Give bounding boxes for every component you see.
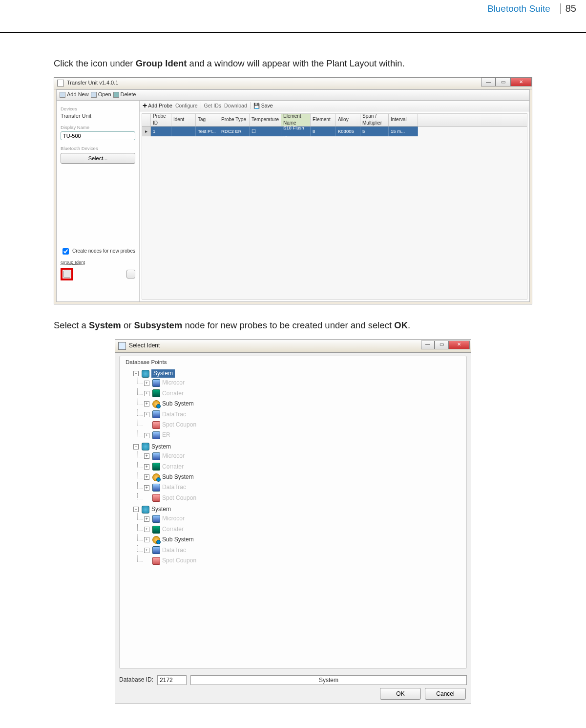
tree-node-label[interactable]: System bbox=[151, 443, 171, 451]
minimize-button[interactable]: — bbox=[421, 341, 435, 349]
tree-node-label[interactable]: Sub System bbox=[162, 400, 194, 408]
col-ident[interactable]: Ident bbox=[171, 114, 196, 126]
probe-grid[interactable]: Probe ID Ident Tag Probe Type Temperatur… bbox=[142, 113, 527, 300]
cell-temp[interactable]: ☐ bbox=[250, 127, 281, 136]
expander-icon[interactable]: + bbox=[144, 453, 149, 459]
minimize-button[interactable]: — bbox=[481, 78, 496, 86]
expander-icon[interactable]: + bbox=[144, 391, 149, 396]
expander-icon[interactable]: + bbox=[144, 548, 149, 553]
col-interval[interactable]: Interval bbox=[389, 114, 418, 126]
maximize-button[interactable]: ▭ bbox=[496, 78, 510, 86]
maximize-button[interactable]: ▭ bbox=[435, 341, 448, 349]
tree-node[interactable]: +Sub System bbox=[144, 473, 463, 481]
tree-node-label[interactable]: Sub System bbox=[162, 535, 194, 544]
device-name[interactable]: Transfer Unit bbox=[61, 112, 135, 120]
select-ident-titlebar[interactable]: Select Ident — ▭ ✕ bbox=[115, 339, 471, 353]
tree-node[interactable]: −System bbox=[133, 369, 463, 378]
cell-span[interactable]: 5 bbox=[360, 127, 389, 136]
tree-node[interactable]: +Microcor bbox=[144, 514, 463, 523]
expander-icon[interactable]: + bbox=[144, 412, 149, 417]
cell-ptype[interactable]: RDC2 ER bbox=[219, 127, 250, 136]
tree-node-label[interactable]: Sub System bbox=[162, 473, 194, 481]
expander-icon[interactable]: + bbox=[144, 527, 149, 532]
tree-node[interactable]: −System bbox=[133, 505, 463, 514]
cell-ident[interactable] bbox=[171, 127, 196, 136]
display-name-input[interactable] bbox=[61, 131, 135, 140]
group-ident-button[interactable] bbox=[61, 268, 73, 280]
tree-node-label[interactable]: DataTrac bbox=[162, 483, 186, 492]
tree-node-label[interactable]: Corrater bbox=[162, 525, 184, 534]
cell-elem[interactable]: 8 bbox=[311, 127, 336, 136]
col-tag[interactable]: Tag bbox=[196, 114, 219, 126]
delete-button[interactable]: Delete bbox=[113, 91, 136, 99]
cell-probe-id[interactable]: 1 bbox=[151, 127, 171, 136]
tree-node-label[interactable]: Spot Coupon bbox=[162, 494, 196, 502]
tree-node[interactable]: +Corrater bbox=[144, 389, 463, 398]
tree-node-label[interactable]: Corrater bbox=[162, 389, 184, 398]
cell-alloy[interactable]: K03005 bbox=[336, 127, 360, 136]
download-button[interactable]: Download bbox=[224, 102, 247, 109]
tree-node[interactable]: +Corrater bbox=[144, 463, 463, 471]
cell-interval[interactable]: 15 m... bbox=[389, 127, 418, 136]
tree-node[interactable]: +DataTrac bbox=[144, 410, 463, 419]
expander-icon[interactable]: + bbox=[144, 537, 149, 542]
tree-node[interactable]: +Sub System bbox=[144, 400, 463, 408]
add-probe-button[interactable]: ✚ Add Probe bbox=[143, 102, 172, 109]
expander-icon[interactable]: + bbox=[144, 485, 149, 491]
tree-node[interactable]: +DataTrac bbox=[144, 483, 463, 492]
col-element[interactable]: Element bbox=[311, 114, 336, 126]
expander-icon[interactable]: + bbox=[144, 474, 149, 480]
ok-button[interactable]: OK bbox=[380, 688, 421, 700]
expander-icon[interactable]: + bbox=[144, 433, 149, 438]
expander-icon[interactable]: + bbox=[144, 464, 149, 470]
tree-node[interactable]: +DataTrac bbox=[144, 546, 463, 555]
database-path-input[interactable] bbox=[190, 675, 467, 685]
tree-node[interactable]: +Corrater bbox=[144, 525, 463, 534]
configure-button[interactable]: Configure bbox=[175, 102, 198, 109]
tree-node-label[interactable]: DataTrac bbox=[162, 546, 186, 555]
group-ident-clear-button[interactable] bbox=[126, 270, 135, 278]
cell-ename[interactable]: S10 Flush ... bbox=[281, 127, 311, 136]
tree-node-label[interactable]: Spot Coupon bbox=[162, 557, 196, 565]
select-bt-button[interactable]: Select... bbox=[61, 153, 135, 164]
expander-icon[interactable]: − bbox=[133, 444, 139, 450]
tree-node[interactable]: +Sub System bbox=[144, 535, 463, 544]
tree-node[interactable]: +Microcor bbox=[144, 452, 463, 460]
expander-icon[interactable]: − bbox=[133, 507, 139, 512]
tree-node[interactable]: Spot Coupon bbox=[144, 421, 463, 429]
close-button[interactable]: ✕ bbox=[448, 341, 470, 349]
tree-node-label[interactable]: Microcor bbox=[162, 514, 185, 523]
create-nodes-input[interactable] bbox=[63, 248, 69, 255]
col-span[interactable]: Span / Multiplier bbox=[360, 114, 389, 126]
create-nodes-checkbox[interactable]: Create nodes for new probes bbox=[61, 247, 135, 256]
tree-node-label[interactable]: System bbox=[151, 369, 175, 378]
col-alloy[interactable]: Alloy bbox=[336, 114, 360, 126]
tree-node[interactable]: Spot Coupon bbox=[144, 557, 463, 565]
tree-node[interactable]: −System bbox=[133, 443, 463, 451]
database-id-input[interactable] bbox=[157, 675, 187, 685]
col-probe-id[interactable]: Probe ID bbox=[151, 114, 171, 126]
tree-node[interactable]: Spot Coupon bbox=[144, 494, 463, 502]
row-handle[interactable]: ▸ bbox=[142, 127, 151, 136]
col-temperature[interactable]: Temperature bbox=[250, 114, 281, 126]
tree-node-label[interactable]: System bbox=[151, 505, 171, 514]
tree-node-label[interactable]: Microcor bbox=[162, 452, 185, 460]
tree-node-label[interactable]: ER bbox=[162, 431, 170, 439]
col-probe-type[interactable]: Probe Type bbox=[219, 114, 250, 126]
add-new-button[interactable]: Add New bbox=[60, 91, 89, 99]
get-ids-button[interactable]: Get IDs bbox=[204, 102, 222, 109]
tree-node[interactable]: +Microcor bbox=[144, 379, 463, 387]
expander-icon[interactable]: − bbox=[133, 371, 139, 376]
ident-tree[interactable]: −System+Microcor+Corrater+Sub System+Dat… bbox=[120, 366, 466, 668]
expander-icon[interactable]: + bbox=[144, 516, 149, 522]
tree-node-label[interactable]: Corrater bbox=[162, 463, 184, 471]
save-button[interactable]: 💾 Save bbox=[253, 102, 273, 109]
cancel-button[interactable]: Cancel bbox=[425, 688, 466, 700]
expander-icon[interactable]: + bbox=[144, 381, 149, 386]
tree-node-label[interactable]: Microcor bbox=[162, 379, 185, 387]
close-button[interactable]: ✕ bbox=[510, 78, 532, 86]
window-titlebar[interactable]: Transfer Unit v1.4.0.1 — ▭ ✕ bbox=[54, 78, 532, 89]
tree-node[interactable]: +ER bbox=[144, 431, 463, 439]
expander-icon[interactable]: + bbox=[144, 401, 149, 407]
grid-row[interactable]: 1 Test Pr... RDC2 ER ☐ S10 Flush ... 8 K… bbox=[151, 127, 418, 136]
